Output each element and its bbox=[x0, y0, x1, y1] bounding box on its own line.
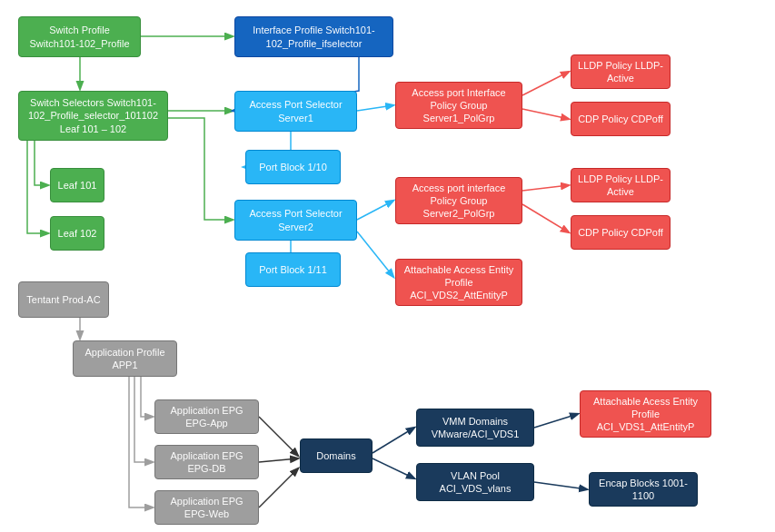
apig-server2-node: Access port interface Policy Group Serve… bbox=[395, 177, 522, 224]
apig-server1-node: Access port Interface Policy Group Serve… bbox=[395, 82, 522, 129]
app-profile-node: Application Profile APP1 bbox=[73, 340, 177, 377]
svg-line-17 bbox=[534, 482, 587, 489]
svg-line-7 bbox=[522, 72, 569, 95]
switch-profile-node: Switch Profile Switch101-102_Profile bbox=[18, 16, 141, 57]
epg-app-node: Application EPG EPG-App bbox=[154, 399, 259, 434]
svg-line-16 bbox=[534, 414, 578, 428]
aps-server1-node: Access Port Selector Server1 bbox=[234, 91, 357, 132]
switch-selectors-node: Switch Selectors Switch101-102_Profile_s… bbox=[18, 91, 168, 141]
svg-line-4 bbox=[357, 105, 393, 111]
svg-line-15 bbox=[373, 458, 414, 478]
leaf-102-node: Leaf 102 bbox=[50, 216, 104, 251]
cdp-policy-1-node: CDP Policy CDPoff bbox=[571, 102, 671, 136]
svg-line-13 bbox=[259, 468, 298, 507]
port-block-110-node: Port Block 1/10 bbox=[245, 150, 341, 184]
lldp-policy-1-node: LLDP Policy LLDP-Active bbox=[571, 54, 671, 89]
vmm-domains-node: VMM Domains VMware/ACI_VDS1 bbox=[416, 409, 534, 447]
svg-line-11 bbox=[259, 417, 298, 456]
vlan-pool-node: VLAN Pool ACI_VDS_vlans bbox=[416, 463, 534, 501]
svg-line-5 bbox=[357, 201, 393, 220]
lldp-policy-2-node: LLDP Policy LLDP-Active bbox=[571, 168, 671, 202]
cdp-policy-2-node: CDP Policy CDPoff bbox=[571, 215, 671, 250]
aps-server2-node: Access Port Selector Server2 bbox=[234, 200, 357, 241]
svg-line-6 bbox=[357, 232, 393, 277]
interface-profile-node: Interface Profile Switch101-102_Profile_… bbox=[234, 16, 393, 57]
svg-line-10 bbox=[522, 204, 569, 232]
diagram: Switch Profile Switch101-102_Profile Int… bbox=[0, 0, 775, 532]
epg-db-node: Application EPG EPG-DB bbox=[154, 445, 259, 479]
aae-vds2-node: Attachable Access Entity Profile ACI_VDS… bbox=[395, 259, 522, 306]
svg-line-12 bbox=[259, 458, 298, 462]
encap-blocks-node: Encap Blocks 1001-1100 bbox=[589, 472, 698, 507]
epg-web-node: Application EPG EPG-Web bbox=[154, 490, 259, 525]
svg-line-9 bbox=[522, 185, 569, 191]
port-block-111-node: Port Block 1/11 bbox=[245, 252, 341, 287]
tenant-node: Tentant Prod-AC bbox=[18, 281, 109, 318]
aae-vds1-node: Attachable Acess Entity Profile ACI_VDS1… bbox=[580, 390, 711, 438]
svg-line-14 bbox=[373, 428, 414, 453]
leaf-101-node: Leaf 101 bbox=[50, 168, 104, 202]
domains-node: Domains bbox=[300, 438, 373, 473]
svg-line-8 bbox=[522, 109, 569, 119]
